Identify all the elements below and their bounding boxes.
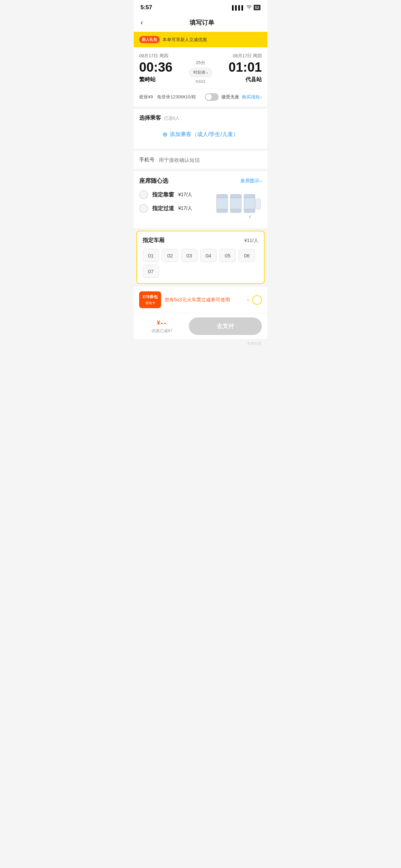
pay-button[interactable]: 去支付 <box>189 317 262 335</box>
price-symbol: ¥ <box>157 320 160 326</box>
new-user-tag: 新人礼包 <box>139 36 160 43</box>
carriage-price: ¥11/人 <box>244 238 258 244</box>
svg-rect-1 <box>217 209 228 213</box>
status-time: 5:57 <box>141 4 152 11</box>
phone-input[interactable] <box>159 157 262 163</box>
status-bar: 5:57 ▌▌▌▌ 52 <box>134 0 267 14</box>
add-icon: ⊕ <box>162 131 168 138</box>
accept-no-seat-label: 接受无座 <box>221 94 239 100</box>
status-icons: ▌▌▌▌ 52 <box>232 5 260 10</box>
bottom-bar: ¥ -- 优惠已减¥7 去支付 <box>134 313 267 339</box>
carriage-section: 指定车厢 ¥11/人 01 02 03 04 05 06 07 <box>136 231 265 284</box>
battery-icon: 52 <box>254 5 260 10</box>
carriage-numbers: 01 02 03 04 05 06 07 <box>143 249 258 278</box>
coupon-type: 省钱卡 <box>143 301 158 305</box>
seat-info-left: 硬座¥9 免登录12306¥10/程 <box>139 94 196 100</box>
phone-section: 手机号 <box>134 151 267 169</box>
carriage-num-02[interactable]: 02 <box>162 249 178 262</box>
wifi-icon <box>246 5 252 10</box>
seat-option-aisle[interactable]: 指定过道 ¥17/人 <box>139 204 214 213</box>
arrive-station: 代县站 <box>216 76 262 83</box>
carriage-num-07[interactable]: 07 <box>143 265 159 278</box>
depart-time: 00:36 <box>139 60 185 75</box>
back-button[interactable]: ‹ <box>141 19 143 26</box>
seat-selection-section: 座席随心选 座席图示 › 指定靠窗 ¥17/人 指定过道 ¥17/人 <box>134 171 267 228</box>
svg-rect-4 <box>230 209 241 213</box>
carriage-title: 指定车厢 <box>143 237 165 244</box>
svg-rect-5 <box>230 194 241 198</box>
depart-station: 繁峙站 <box>139 76 185 83</box>
train-info-card: 08月17日 周四 00:36 繁峙站 25分 时刻表 › K603 08月17… <box>134 47 267 106</box>
train-route: 08月17日 周四 00:36 繁峙站 25分 时刻表 › K603 08月17… <box>139 53 262 84</box>
seat-type: 硬座¥9 <box>139 94 153 100</box>
page-title: 填写订单 <box>143 19 260 27</box>
discount-text: 优惠已减¥7 <box>139 328 185 334</box>
coupon-text: 您有5x3元火车票立减券可使用 <box>165 297 244 303</box>
seat-window-label: 指定靠窗 <box>152 191 174 198</box>
svg-text:✓: ✓ <box>248 214 252 219</box>
seat-radio-window[interactable] <box>139 190 148 199</box>
svg-rect-9 <box>256 199 260 209</box>
seat-aisle-price: ¥17/人 <box>178 205 192 212</box>
seat-selection-title: 座席随心选 <box>139 177 168 185</box>
coupon-arrow: › <box>247 297 249 303</box>
price-dashes: -- <box>161 318 167 327</box>
seat-info-right: 接受无座 购买须知 › <box>205 93 262 101</box>
coupon-circle <box>252 295 262 305</box>
depart-date: 08月17日 周四 <box>139 53 185 59</box>
price-amount: ¥ -- <box>139 318 185 327</box>
train-middle: 25分 时刻表 › K603 <box>185 53 216 84</box>
coupon-amount: ¥79券包 <box>143 294 158 300</box>
svg-rect-7 <box>244 209 255 213</box>
passenger-title: 选择乘客 <box>139 114 161 122</box>
seat-window-price: ¥17/人 <box>178 192 192 198</box>
seat-option-window[interactable]: 指定靠窗 ¥17/人 <box>139 190 214 199</box>
timetable-button[interactable]: 时刻表 › <box>189 68 212 77</box>
new-user-banner[interactable]: 新人礼包 本单可享新人立减优惠 <box>134 32 267 47</box>
add-passenger-label: 添加乘客（成人/学生/儿童） <box>170 131 239 138</box>
seat-aisle-label: 指定过道 <box>152 205 174 212</box>
arrive-time: 01:01 <box>216 60 262 75</box>
seat-info-row: 硬座¥9 免登录12306¥10/程 接受无座 购买须知 › <box>139 89 262 101</box>
price-info: ¥ -- 优惠已减¥7 <box>139 318 185 334</box>
add-passenger-button[interactable]: ⊕ 添加乘客（成人/学生/儿童） <box>139 126 262 143</box>
arrive-date: 08月17日 周四 <box>216 53 262 59</box>
signal-icon: ▌▌▌▌ <box>232 5 245 10</box>
toggle-knob <box>206 94 212 100</box>
coupon-banner[interactable]: ¥79券包 省钱卡 您有5x3元火车票立减券可使用 › <box>134 287 267 313</box>
carriage-num-04[interactable]: 04 <box>200 249 217 262</box>
train-number: K603 <box>196 79 205 84</box>
svg-rect-8 <box>244 194 255 198</box>
buy-notice-link[interactable]: 购买须知 › <box>242 94 262 100</box>
header: ‹ 填写订单 <box>134 14 267 32</box>
seat-selection-header: 座席随心选 座席图示 › <box>139 177 262 185</box>
carriage-num-05[interactable]: 05 <box>219 249 236 262</box>
no-seat-toggle[interactable] <box>205 93 219 101</box>
arrival-info: 08月17日 周四 01:01 代县站 <box>216 53 262 83</box>
carriage-num-03[interactable]: 03 <box>181 249 197 262</box>
svg-rect-2 <box>217 194 228 198</box>
carriage-num-01[interactable]: 01 <box>143 249 159 262</box>
phone-label: 手机号 <box>139 157 155 163</box>
departure-info: 08月17日 周四 00:36 繁峙站 <box>139 53 185 83</box>
new-user-text: 本单可享新人立减优惠 <box>162 37 207 43</box>
carriage-header: 指定车厢 ¥11/人 <box>143 237 258 244</box>
coupon-card: ¥79券包 省钱卡 <box>139 291 161 308</box>
seat-diagram-link[interactable]: 座席图示 › <box>240 178 262 184</box>
carriage-num-06[interactable]: 06 <box>239 249 255 262</box>
no-login-info: 免登录12306¥10/程 <box>157 94 196 100</box>
watermark: 卡农社区 <box>134 339 267 353</box>
seat-radio-aisle[interactable] <box>139 204 148 213</box>
train-duration: 25分 <box>196 60 205 66</box>
passenger-count: 已选0人 <box>164 115 180 121</box>
passenger-header: 选择乘客 已选0人 <box>139 114 262 122</box>
passenger-section: 选择乘客 已选0人 ⊕ 添加乘客（成人/学生/儿童） <box>134 109 267 148</box>
seat-visual: ✓ <box>214 190 262 221</box>
